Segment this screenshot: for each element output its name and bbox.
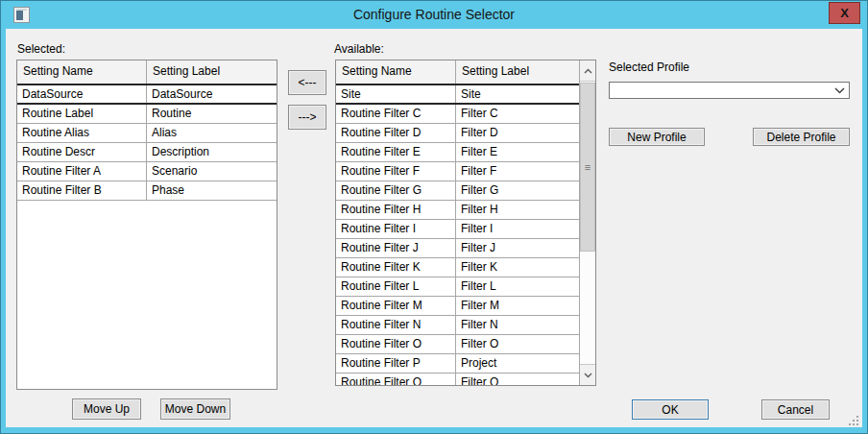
setting-label-cell: Filter O bbox=[456, 335, 579, 353]
setting-name-cell: Routine Filter N bbox=[336, 316, 456, 334]
selected-grid[interactable]: Setting Name Setting Label DataSource Da… bbox=[16, 60, 277, 390]
available-grid-row[interactable]: Routine Filter O Filter O bbox=[336, 335, 579, 354]
available-grid-row[interactable]: Routine Filter I Filter I bbox=[336, 220, 579, 239]
chevron-down-icon bbox=[834, 87, 845, 94]
setting-label-cell: Filter K bbox=[456, 258, 579, 277]
setting-label-cell: Filter N bbox=[456, 316, 579, 334]
available-grid-row[interactable]: Routine Filter K Filter K bbox=[336, 258, 579, 277]
move-up-button[interactable]: Move Up bbox=[72, 398, 141, 420]
setting-name-cell: Routine Filter I bbox=[336, 220, 456, 238]
available-grid-row[interactable]: Routine Filter L Filter L bbox=[336, 277, 579, 297]
setting-name-cell: DataSource bbox=[17, 85, 147, 103]
setting-label-cell: Project bbox=[456, 354, 579, 373]
resize-grip[interactable] bbox=[848, 415, 858, 425]
setting-name-cell: Site bbox=[336, 85, 456, 103]
setting-label-cell: Filter D bbox=[456, 124, 579, 142]
column-header-setting-name[interactable]: Setting Name bbox=[17, 60, 147, 84]
cancel-button[interactable]: Cancel bbox=[761, 399, 830, 420]
setting-label-cell: Alias bbox=[147, 124, 277, 142]
setting-label-cell: Scenario bbox=[147, 162, 277, 181]
available-grid-row[interactable]: Routine Filter J Filter J bbox=[336, 239, 579, 258]
selected-grid-header: Setting Name Setting Label bbox=[17, 60, 277, 85]
setting-label-cell: Filter F bbox=[456, 162, 579, 181]
setting-label-cell: Filter E bbox=[456, 143, 579, 161]
setting-name-cell: Routine Filter O bbox=[336, 335, 456, 353]
setting-label-cell: Site bbox=[456, 85, 579, 103]
setting-label-cell: Phase bbox=[147, 181, 277, 200]
available-grid-row[interactable]: Routine Filter N Filter N bbox=[336, 316, 579, 335]
setting-name-cell: Routine Filter C bbox=[336, 105, 456, 123]
available-grid-header: Setting Name Setting Label bbox=[336, 60, 579, 85]
setting-label-cell: Filter H bbox=[456, 201, 579, 219]
selected-list-label: Selected: bbox=[17, 42, 65, 56]
close-button[interactable]: X bbox=[829, 2, 860, 24]
setting-name-cell: Routine Filter M bbox=[336, 297, 456, 315]
available-grid-row[interactable]: Routine Filter E Filter E bbox=[336, 143, 579, 162]
new-profile-button[interactable]: New Profile bbox=[609, 128, 705, 146]
available-grid-row[interactable]: Routine Filter C Filter C bbox=[336, 105, 579, 124]
setting-name-cell: Routine Alias bbox=[17, 124, 147, 142]
setting-name-cell: Routine Filter K bbox=[336, 258, 456, 277]
chevron-up-icon bbox=[584, 68, 592, 74]
setting-label-cell: Filter J bbox=[456, 239, 579, 257]
vertical-scrollbar[interactable]: ≡ bbox=[579, 60, 595, 385]
column-header-setting-name[interactable]: Setting Name bbox=[336, 60, 456, 84]
titlebar[interactable]: Configure Routine Selector X bbox=[0, 0, 868, 29]
column-header-setting-label[interactable]: Setting Label bbox=[456, 60, 579, 84]
setting-name-cell: Routine Filter L bbox=[336, 277, 456, 296]
available-grid-row[interactable]: Site Site bbox=[336, 85, 579, 105]
setting-name-cell: Routine Filter E bbox=[336, 143, 456, 161]
setting-label-cell: Filter Q bbox=[456, 374, 579, 386]
setting-label-cell: DataSource bbox=[147, 85, 277, 103]
available-grid-rows: Site Site Routine Filter C Filter C Rout… bbox=[336, 85, 579, 386]
setting-name-cell: Routine Filter P bbox=[336, 354, 456, 373]
setting-name-cell: Routine Filter J bbox=[336, 239, 456, 257]
setting-name-cell: Routine Filter F bbox=[336, 162, 456, 181]
scrollbar-thumb[interactable]: ≡ bbox=[580, 83, 595, 252]
chevron-down-icon bbox=[584, 373, 592, 378]
dialog-body: Selected: Setting Name Setting Label Dat… bbox=[6, 29, 862, 427]
available-grid-row[interactable]: Routine Filter F Filter F bbox=[336, 162, 579, 181]
delete-profile-button[interactable]: Delete Profile bbox=[753, 128, 850, 146]
close-icon: X bbox=[840, 6, 849, 20]
setting-label-cell: Filter I bbox=[456, 220, 579, 238]
setting-name-cell: Routine Label bbox=[17, 105, 147, 123]
setting-label-cell: Filter C bbox=[456, 105, 579, 123]
column-header-setting-label[interactable]: Setting Label bbox=[147, 60, 277, 84]
setting-label-cell: Description bbox=[147, 143, 277, 161]
scroll-up-button[interactable] bbox=[580, 60, 595, 82]
selected-grid-row[interactable]: Routine Filter A Scenario bbox=[17, 162, 277, 181]
move-to-selected-button[interactable]: <--- bbox=[288, 70, 326, 95]
scroll-down-button[interactable] bbox=[580, 364, 595, 385]
available-grid-row[interactable]: Routine Filter M Filter M bbox=[336, 297, 579, 316]
selected-grid-row[interactable]: Routine Alias Alias bbox=[17, 124, 277, 143]
selected-grid-row[interactable]: DataSource DataSource bbox=[17, 85, 277, 105]
selected-grid-row[interactable]: Routine Label Routine bbox=[17, 105, 277, 124]
setting-label-cell: Filter M bbox=[456, 297, 579, 315]
selected-grid-row[interactable]: Routine Filter B Phase bbox=[17, 181, 277, 201]
available-grid-row[interactable]: Routine Filter P Project bbox=[336, 354, 579, 374]
setting-name-cell: Routine Filter A bbox=[17, 162, 147, 181]
setting-label-cell: Filter L bbox=[456, 277, 579, 296]
move-to-available-button[interactable]: ---> bbox=[288, 105, 326, 130]
available-grid-row[interactable]: Routine Filter G Filter G bbox=[336, 181, 579, 201]
setting-name-cell: Routine Filter H bbox=[336, 201, 456, 219]
selected-profile-combobox[interactable] bbox=[609, 82, 850, 99]
thumb-grip-icon: ≡ bbox=[585, 162, 591, 172]
available-grid[interactable]: Setting Name Setting Label Site Site Rou… bbox=[335, 60, 596, 386]
selected-profile-label: Selected Profile bbox=[609, 60, 689, 74]
ok-button[interactable]: OK bbox=[632, 399, 709, 420]
setting-label-cell: Filter G bbox=[456, 181, 579, 200]
setting-name-cell: Routine Descr bbox=[17, 143, 147, 161]
selected-grid-rows: DataSource DataSource Routine Label Rout… bbox=[17, 85, 277, 201]
setting-name-cell: Routine Filter D bbox=[336, 124, 456, 142]
available-list-label: Available: bbox=[334, 42, 384, 56]
available-grid-row[interactable]: Routine Filter Q Filter Q bbox=[336, 374, 579, 386]
move-down-button[interactable]: Move Down bbox=[160, 398, 230, 420]
available-grid-row[interactable]: Routine Filter H Filter H bbox=[336, 201, 579, 220]
setting-label-cell: Routine bbox=[147, 105, 277, 123]
available-grid-row[interactable]: Routine Filter D Filter D bbox=[336, 124, 579, 143]
dialog-window: Configure Routine Selector X Selected: S… bbox=[0, 0, 868, 434]
selected-grid-row[interactable]: Routine Descr Description bbox=[17, 143, 277, 162]
setting-name-cell: Routine Filter B bbox=[17, 181, 147, 200]
